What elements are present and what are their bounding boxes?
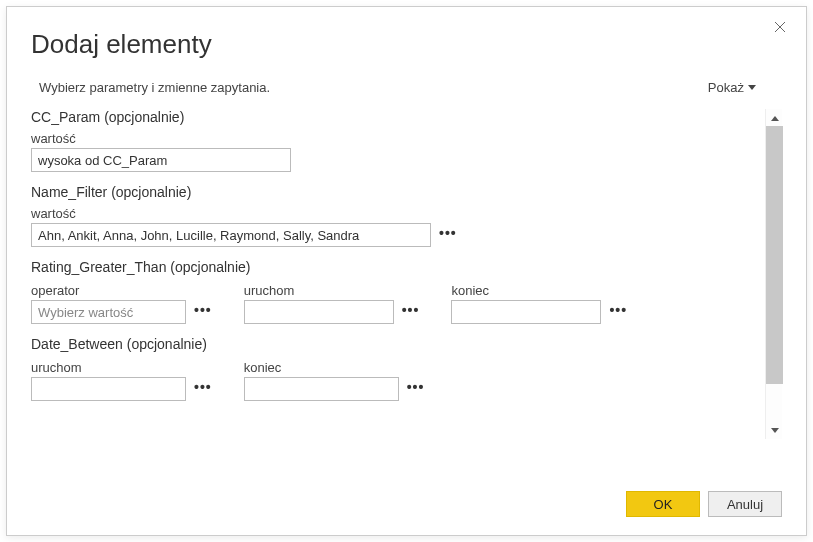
rating-operator-label: operator (31, 283, 212, 298)
show-label: Pokaż (708, 80, 744, 95)
date-start-label: uruchom (31, 360, 212, 375)
cancel-button[interactable]: Anuluj (708, 491, 782, 517)
section-date-title: Date_Between (opcjonalnie) (31, 336, 752, 352)
ok-button[interactable]: OK (626, 491, 700, 517)
dialog-title: Dodaj elementy (31, 29, 782, 60)
rating-end-input[interactable] (451, 300, 601, 324)
chevron-down-icon (771, 428, 779, 434)
date-end-more-button[interactable]: ••• (407, 382, 425, 396)
section-cc-param-title: CC_Param (opcjonalnie) (31, 109, 752, 125)
rating-start-more-button[interactable]: ••• (402, 305, 420, 319)
dialog: Dodaj elementy Wybierz parametry i zmien… (6, 6, 807, 536)
date-end-input[interactable] (244, 377, 399, 401)
rating-operator-more-button[interactable]: ••• (194, 305, 212, 319)
rating-start-input[interactable] (244, 300, 394, 324)
date-end-label: koniec (244, 360, 425, 375)
scroll-thumb[interactable] (766, 126, 783, 384)
section-rating-title: Rating_Greater_Than (opcjonalnie) (31, 259, 752, 275)
dialog-subtitle: Wybierz parametry i zmienne zapytania. (39, 80, 270, 95)
scroll-up-button[interactable] (766, 109, 783, 126)
scrollbar[interactable] (765, 109, 782, 439)
subtitle-row: Wybierz parametry i zmienne zapytania. P… (31, 80, 782, 95)
date-start-more-button[interactable]: ••• (194, 382, 212, 396)
show-dropdown[interactable]: Pokaż (708, 80, 756, 95)
rating-end-label: koniec (451, 283, 627, 298)
close-icon (774, 21, 786, 33)
chevron-up-icon (771, 115, 779, 121)
name-filter-more-button[interactable]: ••• (439, 228, 457, 242)
section-name-filter-title: Name_Filter (opcjonalnie) (31, 184, 752, 200)
chevron-down-icon (748, 85, 756, 91)
button-row: OK Anuluj (626, 491, 782, 517)
close-button[interactable] (770, 17, 790, 37)
form-area: CC_Param (opcjonalnie) wartość Name_Filt… (31, 109, 782, 439)
rating-end-more-button[interactable]: ••• (609, 305, 627, 319)
rating-operator-input[interactable] (31, 300, 186, 324)
cc-param-value-input[interactable] (31, 148, 291, 172)
rating-start-label: uruchom (244, 283, 420, 298)
cc-param-value-label: wartość (31, 131, 752, 146)
scroll-down-button[interactable] (766, 422, 783, 439)
name-filter-value-input[interactable] (31, 223, 431, 247)
name-filter-value-label: wartość (31, 206, 752, 221)
date-start-input[interactable] (31, 377, 186, 401)
